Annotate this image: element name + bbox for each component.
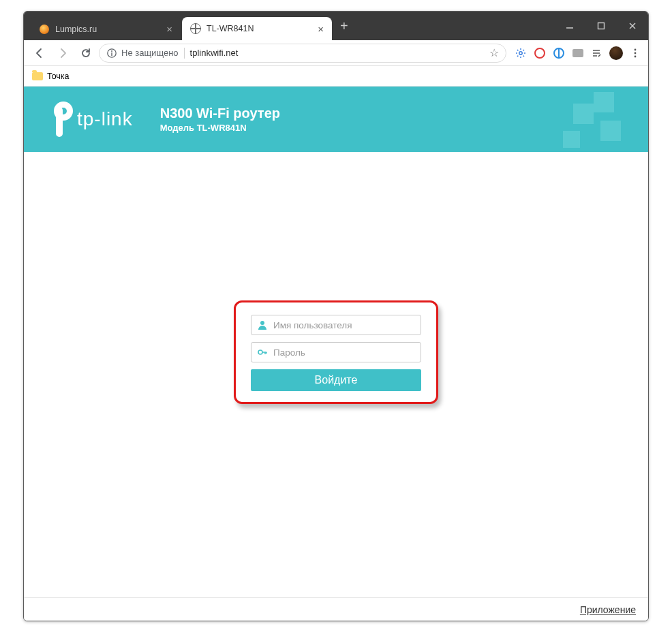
svg-rect-1 <box>598 23 605 29</box>
reading-list-icon[interactable] <box>590 46 605 61</box>
profile-avatar[interactable] <box>609 46 624 61</box>
window-controls <box>554 12 648 40</box>
svg-rect-6 <box>111 52 112 56</box>
router-banner: tp-link N300 Wi-Fi роутер Модель TL-WR84… <box>24 87 648 152</box>
favicon-lumpics <box>39 24 50 35</box>
password-field-wrapper <box>251 342 421 362</box>
svg-point-22 <box>260 321 264 325</box>
security-label: Не защищено <box>121 48 179 58</box>
extension-net-icon[interactable] <box>551 46 566 61</box>
router-title: N300 Wi-Fi роутер <box>160 106 280 121</box>
login-form: Войдите <box>234 300 438 404</box>
minimize-button[interactable] <box>554 12 585 40</box>
user-icon <box>257 320 268 330</box>
tab-title: Lumpics.ru <box>55 25 159 34</box>
password-input[interactable] <box>273 347 415 358</box>
close-tab-icon[interactable]: × <box>165 24 174 34</box>
security-indicator[interactable]: Не защищено <box>106 48 179 59</box>
info-icon <box>106 48 117 59</box>
forward-button[interactable] <box>52 43 73 63</box>
tab-tlwr841n[interactable]: TL-WR841N × <box>182 17 332 40</box>
router-model: Модель TL-WR841N <box>160 123 280 133</box>
extension-box-icon[interactable] <box>570 46 585 61</box>
model-info: N300 Wi-Fi роутер Модель TL-WR841N <box>160 106 280 133</box>
extension-icons <box>509 46 643 61</box>
maximize-button[interactable] <box>585 12 617 40</box>
svg-point-23 <box>258 350 262 354</box>
address-bar[interactable]: Не защищено tplinkwifi.net ☆ <box>99 44 506 63</box>
tab-lumpics[interactable]: Lumpics.ru × <box>31 17 181 40</box>
tab-title: TL-WR841N <box>207 24 311 33</box>
bookmark-item[interactable]: Точка <box>32 72 70 81</box>
toolbar: Не защищено tplinkwifi.net ☆ <box>24 40 648 66</box>
tplink-logo: tp-link <box>44 102 133 137</box>
menu-button[interactable] <box>628 46 643 61</box>
bookmark-label: Точка <box>47 72 70 81</box>
login-button[interactable]: Войдите <box>251 369 421 391</box>
tplink-logo-mark <box>44 102 73 137</box>
svg-line-15 <box>517 55 518 56</box>
svg-point-21 <box>635 55 637 57</box>
bookmarks-bar: Точка <box>24 66 648 87</box>
key-icon <box>257 347 268 358</box>
tab-bar: Lumpics.ru × TL-WR841N × + <box>24 12 648 40</box>
svg-line-13 <box>523 55 524 56</box>
reload-button[interactable] <box>76 43 96 63</box>
extension-opera-icon[interactable] <box>532 46 547 61</box>
close-window-button[interactable] <box>617 12 648 40</box>
app-link[interactable]: Приложение <box>580 604 636 615</box>
svg-point-5 <box>111 50 112 52</box>
svg-point-20 <box>635 52 637 54</box>
svg-point-19 <box>635 48 637 50</box>
extension-gear-icon[interactable] <box>513 46 528 61</box>
bookmark-star-icon[interactable]: ☆ <box>489 46 499 59</box>
username-input[interactable] <box>273 320 415 330</box>
page-content: tp-link N300 Wi-Fi роутер Модель TL-WR84… <box>24 87 648 621</box>
divider <box>184 48 185 59</box>
favicon-globe-icon <box>190 23 201 34</box>
tplink-logo-text: tp-link <box>77 108 133 130</box>
new-tab-button[interactable]: + <box>333 14 355 38</box>
close-tab-icon[interactable]: × <box>316 24 325 34</box>
back-button[interactable] <box>29 43 50 63</box>
svg-line-14 <box>523 50 524 50</box>
url-text: tplinkwifi.net <box>190 48 239 58</box>
page-footer: Приложение <box>24 597 648 621</box>
browser-window: Lumpics.ru × TL-WR841N × + <box>23 11 649 621</box>
folder-icon <box>32 72 43 80</box>
svg-line-12 <box>517 50 518 50</box>
svg-point-7 <box>519 51 522 54</box>
username-field-wrapper <box>251 315 421 335</box>
